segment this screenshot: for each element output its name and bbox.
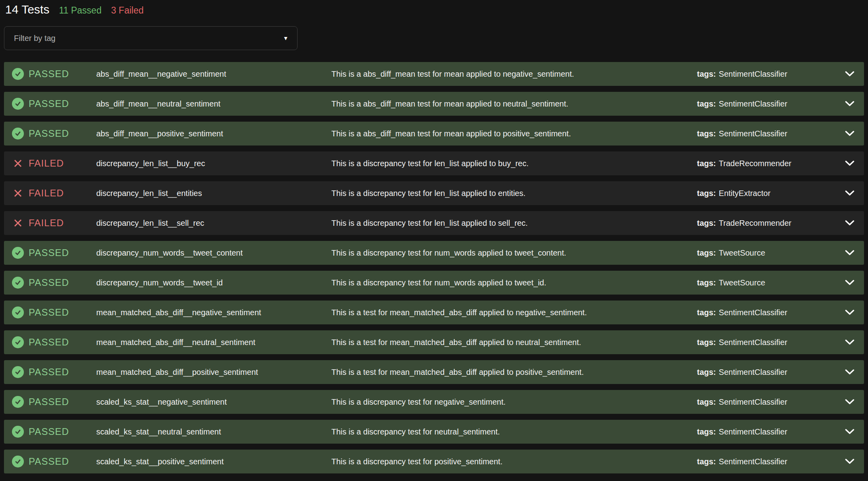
test-name: mean_matched_abs_diff__positive_sentimen…	[96, 368, 331, 377]
test-row-mean_matched_abs_diff__positive_sentiment[interactable]: PASSED mean_matched_abs_diff__positive_s…	[4, 360, 864, 384]
expand-chevron[interactable]	[845, 429, 854, 434]
status-cell: PASSED	[12, 426, 96, 438]
expand-chevron[interactable]	[845, 369, 854, 375]
test-row-discrepancy_len_list__sell_rec[interactable]: FAILED discrepancy_len_list__sell_rec Th…	[4, 211, 864, 235]
chevron-down-icon	[845, 250, 854, 256]
tags-cell: tags: SentimentClassifier	[697, 398, 845, 407]
chevron-down-icon	[845, 101, 854, 107]
tags-cell: tags: SentimentClassifier	[697, 427, 845, 436]
tags-label: tags:	[697, 219, 716, 228]
check-circle-icon	[12, 306, 24, 318]
test-row-scaled_ks_stat__neutral_sentiment[interactable]: PASSED scaled_ks_stat__neutral_sentiment…	[4, 420, 864, 444]
tags-value: SentimentClassifier	[719, 457, 787, 466]
expand-chevron[interactable]	[845, 71, 854, 77]
filter-placeholder: Filter by tag	[14, 34, 55, 43]
tags-label: tags:	[697, 308, 716, 317]
tags-cell: tags: SentimentClassifier	[697, 368, 845, 377]
expand-chevron[interactable]	[845, 190, 854, 196]
test-description: This is a discrepancy test for len_list …	[331, 159, 697, 168]
status-cell: PASSED	[12, 128, 96, 140]
status-label: PASSED	[29, 396, 69, 407]
status-label: PASSED	[29, 277, 69, 288]
expand-chevron[interactable]	[845, 280, 854, 285]
expand-chevron[interactable]	[845, 131, 854, 136]
chevron-down-icon	[845, 131, 854, 136]
check-circle-icon	[12, 247, 24, 259]
expand-chevron[interactable]	[845, 310, 854, 315]
status-label: FAILED	[29, 188, 64, 199]
test-row-mean_matched_abs_diff__neutral_sentiment[interactable]: PASSED mean_matched_abs_diff__neutral_se…	[4, 330, 864, 354]
tags-cell: tags: SentimentClassifier	[697, 129, 845, 138]
test-row-abs_diff_mean__negative_sentiment[interactable]: PASSED abs_diff_mean__negative_sentiment…	[4, 62, 864, 86]
tags-cell: tags: SentimentClassifier	[697, 99, 845, 109]
test-description: This is a discrepancy test for len_list …	[331, 219, 697, 228]
status-icon	[12, 426, 24, 438]
test-row-discrepancy_num_words__tweet_content[interactable]: PASSED discrepancy_num_words__tweet_cont…	[4, 241, 864, 265]
test-row-abs_diff_mean__positive_sentiment[interactable]: PASSED abs_diff_mean__positive_sentiment…	[4, 122, 864, 145]
status-label: PASSED	[29, 98, 69, 109]
status-icon	[12, 157, 24, 169]
status-label: PASSED	[29, 337, 69, 348]
tags-value: SentimentClassifier	[719, 368, 787, 377]
passed-count: 11 Passed	[59, 5, 101, 16]
filter-by-tag-dropdown[interactable]: Filter by tag ▼	[4, 26, 298, 50]
status-label: PASSED	[29, 456, 69, 467]
summary-header: 14 Tests 11 Passed 3 Failed	[4, 2, 864, 17]
chevron-down-icon	[845, 310, 854, 315]
tags-value: SentimentClassifier	[719, 338, 787, 347]
test-description: This is a discrepancy test for positive_…	[331, 457, 697, 466]
chevron-down-icon	[845, 280, 854, 285]
test-row-discrepancy_len_list__buy_rec[interactable]: FAILED discrepancy_len_list__buy_rec Thi…	[4, 151, 864, 175]
expand-chevron[interactable]	[845, 220, 854, 226]
test-name: discrepancy_len_list__buy_rec	[96, 159, 331, 168]
status-icon	[12, 396, 24, 408]
test-list: PASSED abs_diff_mean__negative_sentiment…	[4, 62, 864, 473]
chevron-down-icon	[845, 429, 854, 434]
tags-cell: tags: SentimentClassifier	[697, 457, 845, 466]
check-circle-icon	[12, 336, 24, 348]
status-label: PASSED	[29, 247, 69, 258]
tags-cell: tags: TweetSource	[697, 278, 845, 287]
test-description: This is a discrepancy test for negative_…	[331, 398, 697, 407]
caret-down-icon: ▼	[283, 35, 288, 41]
expand-chevron[interactable]	[845, 101, 854, 107]
tags-value: SentimentClassifier	[719, 427, 787, 436]
expand-chevron[interactable]	[845, 339, 854, 345]
status-cell: PASSED	[12, 247, 96, 259]
tags-label: tags:	[697, 278, 716, 287]
expand-chevron[interactable]	[845, 250, 854, 256]
expand-chevron[interactable]	[845, 459, 854, 464]
status-icon	[12, 456, 24, 467]
tags-cell: tags: SentimentClassifier	[697, 338, 845, 347]
tags-label: tags:	[697, 338, 716, 347]
test-description: This is a test for mean_matched_abs_diff…	[331, 368, 697, 377]
tags-label: tags:	[697, 99, 716, 109]
test-row-scaled_ks_stat__positive_sentiment[interactable]: PASSED scaled_ks_stat__positive_sentimen…	[4, 450, 864, 473]
status-cell: FAILED	[12, 217, 96, 229]
tags-label: tags:	[697, 70, 716, 79]
tags-label: tags:	[697, 248, 716, 258]
expand-chevron[interactable]	[845, 161, 854, 166]
check-circle-icon	[12, 366, 24, 378]
tags-label: tags:	[697, 398, 716, 407]
status-label: PASSED	[29, 128, 69, 139]
test-name: abs_diff_mean__negative_sentiment	[96, 70, 331, 79]
test-name: mean_matched_abs_diff__negative_sentimen…	[96, 308, 331, 317]
expand-chevron[interactable]	[845, 399, 854, 405]
chevron-down-icon	[845, 459, 854, 464]
status-icon	[12, 366, 24, 378]
tags-cell: tags: TradeRecommender	[697, 159, 845, 168]
tags-value: TradeRecommender	[719, 219, 792, 228]
tags-value: TradeRecommender	[719, 159, 792, 168]
tags-cell: tags: TweetSource	[697, 248, 845, 258]
check-circle-icon	[12, 456, 24, 467]
test-row-mean_matched_abs_diff__negative_sentiment[interactable]: PASSED mean_matched_abs_diff__negative_s…	[4, 301, 864, 324]
status-cell: PASSED	[12, 277, 96, 289]
tags-value: SentimentClassifier	[719, 129, 787, 138]
test-row-discrepancy_num_words__tweet_id[interactable]: PASSED discrepancy_num_words__tweet_id T…	[4, 271, 864, 295]
test-row-scaled_ks_stat__negative_sentiment[interactable]: PASSED scaled_ks_stat__negative_sentimen…	[4, 390, 864, 414]
test-row-discrepancy_len_list__entities[interactable]: FAILED discrepancy_len_list__entities Th…	[4, 181, 864, 205]
test-name: discrepancy_num_words__tweet_content	[96, 248, 331, 258]
test-row-abs_diff_mean__neutral_sentiment[interactable]: PASSED abs_diff_mean__neutral_sentiment …	[4, 92, 864, 116]
status-icon	[12, 247, 24, 259]
